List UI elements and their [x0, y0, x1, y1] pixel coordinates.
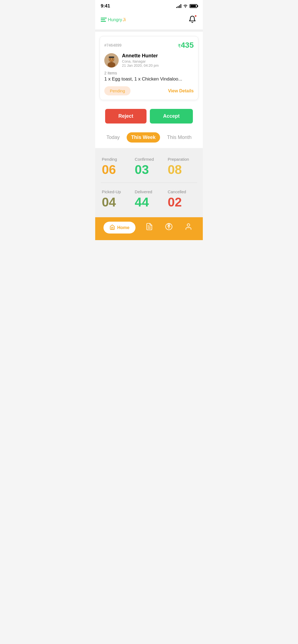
stat-pickedup-value: 04 [102, 196, 116, 208]
order-items-count: 2 Items [104, 71, 194, 75]
stat-pending-value: 06 [102, 163, 116, 176]
stats-row-2: Picked-Up 04 Delivered 44 Cancelled 02 [101, 187, 197, 211]
stat-cancelled-value: 02 [168, 196, 182, 208]
customer-info: Annette Hunter Cona, Itanagar 21 Jan 202… [104, 53, 194, 68]
customer-time: 21 Jan 2020, 04:20 pm [122, 63, 159, 68]
svg-point-13 [187, 224, 190, 226]
nav-discount-button[interactable] [163, 221, 175, 235]
stat-delivered-value: 44 [135, 196, 149, 208]
customer-name: Annette Hunter [122, 53, 159, 59]
order-price: ₹435 [178, 41, 194, 50]
stat-pending-label: Pending [102, 157, 117, 162]
battery-icon [190, 4, 197, 8]
discount-icon [165, 224, 173, 232]
tab-filter: Today This Week This Month [95, 128, 203, 148]
order-id: #7464899 [104, 43, 121, 47]
stat-delivered: Delivered 44 [134, 187, 164, 211]
order-card: #7464899 ₹435 Annette Hunter [100, 36, 198, 100]
status-time: 9:41 [101, 3, 110, 9]
stat-cancelled: Cancelled 02 [167, 187, 197, 211]
stat-preparation-value: 08 [168, 163, 182, 176]
logo-lines-icon [101, 18, 107, 22]
order-header: #7464899 ₹435 [104, 41, 194, 50]
signal-bars-icon [176, 4, 181, 8]
stat-pending: Pending 06 [101, 155, 131, 178]
orders-icon [145, 224, 153, 232]
stat-confirmed: Confirmed 03 [134, 155, 164, 178]
app-header: HungryJi [95, 11, 203, 29]
tab-this-week[interactable]: This Week [127, 132, 160, 143]
wifi-icon [183, 4, 188, 9]
order-card-wrapper: #7464899 ₹435 Annette Hunter [95, 32, 203, 104]
logo-hungry-text: Hungry [108, 17, 122, 22]
status-bar: 9:41 [95, 0, 203, 11]
bell-icon [188, 20, 196, 24]
stat-preparation-label: Preparation [168, 157, 189, 162]
notification-dot [195, 15, 197, 17]
stat-preparation: Preparation 08 [167, 155, 197, 178]
tab-this-month[interactable]: This Month [163, 132, 196, 143]
stat-confirmed-value: 03 [135, 163, 149, 176]
svg-point-4 [110, 58, 111, 59]
stat-pickedup-label: Picked-Up [102, 189, 121, 194]
status-badge: Pending [104, 86, 131, 95]
stat-pickedup: Picked-Up 04 [101, 187, 131, 211]
view-details-button[interactable]: View Details [168, 88, 194, 93]
header-divider [95, 29, 203, 32]
logo-ji-text: Ji [123, 17, 126, 22]
rupee-symbol: ₹ [178, 43, 181, 49]
svg-point-12 [169, 228, 169, 228]
nav-home-label: Home [117, 225, 129, 230]
reject-button[interactable]: Reject [105, 109, 147, 124]
status-icons [176, 4, 197, 9]
order-items-desc: 1 x Egg toast, 1 x Chicken Vindaloo... [104, 76, 194, 82]
stats-section: Pending 06 Confirmed 03 Preparation 08 P… [95, 148, 203, 217]
svg-point-5 [112, 58, 113, 59]
customer-location: Cona, Itanagar [122, 59, 159, 63]
stats-divider [101, 183, 197, 183]
accept-button[interactable]: Accept [150, 109, 193, 124]
profile-icon [185, 224, 192, 232]
notification-bell-button[interactable] [187, 14, 197, 25]
nav-home-button[interactable]: Home [103, 222, 135, 234]
app-logo: HungryJi [101, 17, 126, 22]
home-icon [110, 224, 115, 231]
bottom-nav: Home [95, 217, 203, 240]
action-buttons: Reject Accept [95, 104, 203, 128]
stat-confirmed-label: Confirmed [135, 157, 154, 162]
order-footer: Pending View Details [104, 86, 194, 95]
svg-rect-6 [109, 57, 114, 58]
svg-point-2 [108, 62, 115, 68]
tab-today[interactable]: Today [102, 132, 124, 143]
nav-profile-button[interactable] [182, 221, 195, 235]
nav-orders-button[interactable] [143, 221, 155, 235]
avatar [104, 53, 119, 68]
stats-row-1: Pending 06 Confirmed 03 Preparation 08 [101, 155, 197, 178]
stat-cancelled-label: Cancelled [168, 189, 186, 194]
customer-details: Annette Hunter Cona, Itanagar 21 Jan 202… [122, 53, 159, 68]
stat-delivered-label: Delivered [135, 189, 152, 194]
